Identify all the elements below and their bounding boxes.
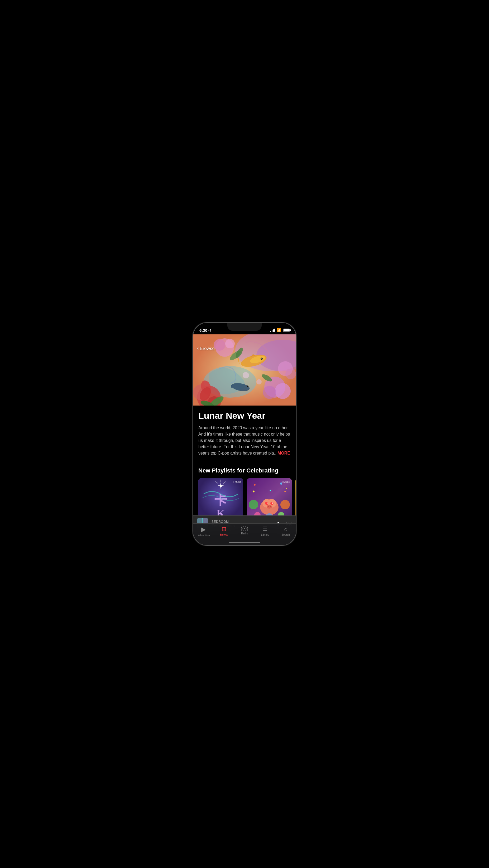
playlist-scroll-row[interactable]: 卡 K  Music [193,478,296,519]
phone-screen: 6:30 ◁ 📶 [193,323,296,545]
back-button[interactable]: ‹ Browse [197,346,215,351]
hero-art [193,334,296,406]
more-link[interactable]: MORE [278,451,290,455]
status-time: 6:30 ◁ [199,328,210,333]
svg-point-15 [275,383,291,399]
svg-point-47 [272,502,273,503]
hero-banner: ‹ Browse [193,334,296,406]
phone-frame: 6:30 ◁ 📶 [193,323,296,545]
library-icon: ☰ [262,526,268,532]
tab-radio[interactable]: ((·)) Radio [234,526,255,535]
svg-point-51 [249,500,258,509]
playlist-item-2[interactable]: ✦ ✦ ✦  Music [247,478,292,519]
svg-text:✦: ✦ [284,490,286,494]
home-indicator [229,542,260,543]
apple-music-badge-1:  Music [233,480,241,484]
svg-point-48 [267,505,272,508]
listen-now-icon: ▶ [201,526,206,533]
library-label: Library [261,533,269,536]
playlist-item-1[interactable]: 卡 K  Music [198,478,243,519]
apple-music-badge-2:  Music [282,480,290,484]
battery-icon [283,329,290,332]
search-icon: ⌕ [284,526,287,532]
tab-library[interactable]: ☰ Library [255,526,276,536]
svg-point-22 [262,358,262,359]
svg-point-45 [270,502,274,505]
phone-notch [227,323,262,331]
search-label: Search [281,533,290,536]
tab-search[interactable]: ⌕ Search [276,526,296,536]
content-area: Lunar New Year Around the world, 2020 wa… [193,406,296,462]
listen-now-label: Listen Now [197,534,210,537]
svg-point-24 [247,385,249,387]
playlists-section-title: New Playlists for Celebrating [193,467,296,474]
svg-point-40 [286,488,287,489]
svg-point-18 [285,369,296,379]
svg-point-29 [256,379,262,384]
location-arrow-icon: ◁ [208,329,210,332]
browse-label: Browse [220,533,228,536]
svg-text:✦: ✦ [269,489,271,492]
tab-browse[interactable]: ⊞ Browse [213,526,234,536]
svg-point-38 [254,484,256,486]
tab-listen-now[interactable]: ▶ Listen Now [193,526,213,537]
svg-point-44 [265,502,268,505]
page-title: Lunar New Year [198,411,291,421]
svg-point-52 [280,500,290,509]
signal-icon [270,329,275,332]
back-arrow-icon: ‹ [197,345,199,351]
scroll-area[interactable]: ‹ Browse Lunar New Year Around the world… [193,334,296,519]
browse-icon: ⊞ [222,526,226,532]
section-divider [198,462,291,462]
page-description: Around the world, 2020 was a year like n… [198,425,291,456]
svg-point-46 [267,502,268,503]
back-label: Browse [200,346,215,351]
playlist-item-3[interactable] [295,478,296,519]
svg-point-28 [243,372,249,378]
svg-point-16 [263,386,276,399]
svg-point-49 [268,506,269,507]
svg-point-50 [270,506,271,507]
wifi-icon: 📶 [277,328,281,332]
svg-point-13 [225,339,235,348]
now-playing-artist: BEDROOM [211,520,272,524]
playlists-section: New Playlists for Celebrating [193,467,296,519]
radio-label: Radio [241,532,248,535]
svg-text:✦: ✦ [252,489,255,494]
status-icons: 📶 [270,328,290,332]
radio-icon: ((·)) [241,526,249,531]
svg-point-12 [213,339,225,351]
